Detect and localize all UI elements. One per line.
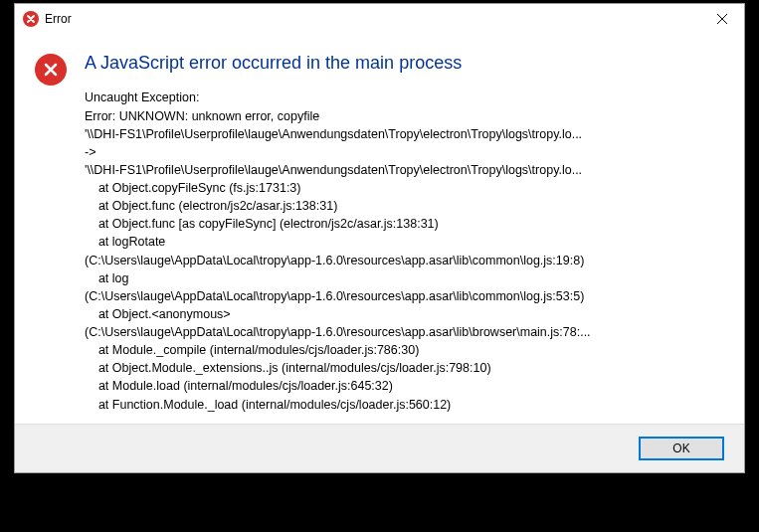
dialog-heading: A JavaScript error occurred in the main … xyxy=(85,52,724,75)
titlebar-title: Error xyxy=(45,12,72,26)
error-icon xyxy=(35,54,67,86)
dialog-body: Uncaught Exception: Error: UNKNOWN: unkn… xyxy=(85,89,724,413)
close-icon xyxy=(717,14,727,24)
ok-button[interactable]: OK xyxy=(639,437,724,460)
content-area: A JavaScript error occurred in the main … xyxy=(15,34,744,424)
close-button[interactable] xyxy=(699,4,744,34)
button-area: OK xyxy=(15,424,744,472)
message-area: A JavaScript error occurred in the main … xyxy=(85,52,724,414)
error-icon-small xyxy=(23,11,39,27)
titlebar: Error xyxy=(15,4,744,34)
error-dialog: Error A JavaScript error occurred in the… xyxy=(14,3,745,473)
